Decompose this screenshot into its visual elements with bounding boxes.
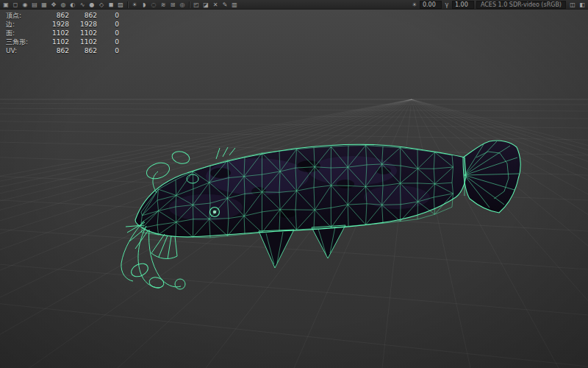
hud-selected: 1102 [69, 29, 97, 38]
panel-toolbar: ▣◻◉▤▦✥◍◐∿●◇◼▨ ☀◗◌≋⊞◎ ◰◪✕✎▥ ☀ 0.00 γ 1.00… [0, 0, 588, 10]
pan-zoom-icon[interactable]: ✥ [49, 1, 58, 9]
hud-total: 862 [43, 11, 69, 20]
hud-selected: 862 [69, 46, 97, 55]
lighting-icon[interactable]: ☀ [130, 1, 139, 9]
fish-eye-pupil [213, 210, 217, 214]
toolbar-group-display: ◰◪✕✎▥ [192, 1, 239, 9]
hud-label: 面: [6, 29, 43, 38]
hud-total: 1928 [43, 20, 69, 29]
motion-blur-icon[interactable]: ≋ [159, 1, 168, 9]
backface-culling-icon[interactable]: ◐ [68, 1, 77, 9]
lock-camera-icon[interactable]: ◻ [11, 1, 20, 9]
exposure-field[interactable]: 0.00 [420, 1, 442, 9]
hud-label: UV: [6, 46, 43, 55]
hud-total: 1102 [43, 29, 69, 38]
viewport-window: ▣◻◉▤▦✥◍◐∿●◇◼▨ ☀◗◌≋⊞◎ ◰◪✕✎▥ ☀ 0.00 γ 1.00… [0, 0, 588, 368]
toolbar-separator [189, 1, 190, 8]
hud-selected: 1102 [69, 38, 97, 46]
snapshot-icon[interactable]: ◫ [568, 1, 577, 9]
textured-mode-icon[interactable]: ▨ [116, 1, 125, 9]
hud-extra: 0 [97, 11, 119, 20]
grease-pencil-icon[interactable]: ✎ [220, 1, 229, 9]
ground-grid [0, 99, 588, 368]
toolbar-group-camera: ▣◻◉▤▦✥◍◐∿●◇◼▨ [1, 1, 125, 9]
ambient-occlusion-icon[interactable]: ◌ [149, 1, 158, 9]
hud-total: 862 [43, 46, 69, 55]
hud-row-edges: 边: 1928 1928 0 [6, 20, 119, 29]
hud-total: 1102 [43, 38, 69, 46]
hud-extra: 0 [97, 46, 119, 55]
camera-attributes-icon[interactable]: ◉ [21, 1, 29, 9]
gamma-icon[interactable]: γ [442, 1, 451, 9]
hud-extra: 0 [97, 38, 119, 46]
exposure-icon[interactable]: ☀ [410, 1, 419, 9]
select-camera-icon[interactable]: ▣ [1, 1, 10, 9]
multisampling-icon[interactable]: ⊞ [168, 1, 177, 9]
hud-extra: 0 [97, 29, 119, 38]
wireframe-mode-icon[interactable]: ◇ [97, 1, 106, 9]
xray-icon[interactable]: ◪ [201, 1, 210, 9]
shadows-icon[interactable]: ◗ [140, 1, 148, 9]
hud-row-vertices: 顶点: 862 862 0 [6, 11, 119, 20]
render-view-icon[interactable]: ◧ [578, 1, 587, 9]
hud-label: 边: [6, 20, 43, 29]
toolbar-group-end: ◫◧ [568, 1, 587, 9]
hud-selected: 862 [69, 11, 97, 20]
shaded-mode-icon[interactable]: ◼ [107, 1, 115, 9]
perspective-viewport[interactable] [0, 0, 588, 368]
xray-joints-icon[interactable]: ✕ [211, 1, 220, 9]
isolate-select-icon[interactable]: ◰ [192, 1, 201, 9]
gamma-field[interactable]: 1.00 [452, 1, 474, 9]
bookmarks-icon[interactable]: ▤ [30, 1, 39, 9]
smooth-wireframe-icon[interactable]: ∿ [78, 1, 87, 9]
default-material-icon[interactable]: ● [87, 1, 96, 9]
image-plane-icon[interactable]: ▦ [40, 1, 49, 9]
colorspace-selector[interactable]: ACES 1.0 SDR-video (sRGB) [476, 1, 566, 9]
depth-of-field-icon[interactable]: ◎ [178, 1, 187, 9]
hud-extra: 0 [97, 20, 119, 29]
poly-count-hud: 顶点: 862 862 0 边: 1928 1928 0 面: 1102 110… [6, 11, 119, 55]
hud-row-faces: 面: 1102 1102 0 [6, 29, 119, 38]
hud-label: 三角形: [6, 38, 43, 46]
grid-toggle-icon[interactable]: ▥ [230, 1, 239, 9]
oversampling-icon[interactable]: ◍ [59, 1, 68, 9]
hud-selected: 1928 [69, 20, 97, 29]
toolbar-separator [127, 1, 128, 8]
hud-label: 顶点: [6, 11, 43, 20]
fish-fin-rear[interactable] [312, 225, 345, 258]
hud-row-uvs: UV: 862 862 0 [6, 46, 119, 55]
toolbar-group-shading: ☀◗◌≋⊞◎ [130, 1, 187, 9]
hud-row-triangles: 三角形: 1102 1102 0 [6, 38, 119, 46]
